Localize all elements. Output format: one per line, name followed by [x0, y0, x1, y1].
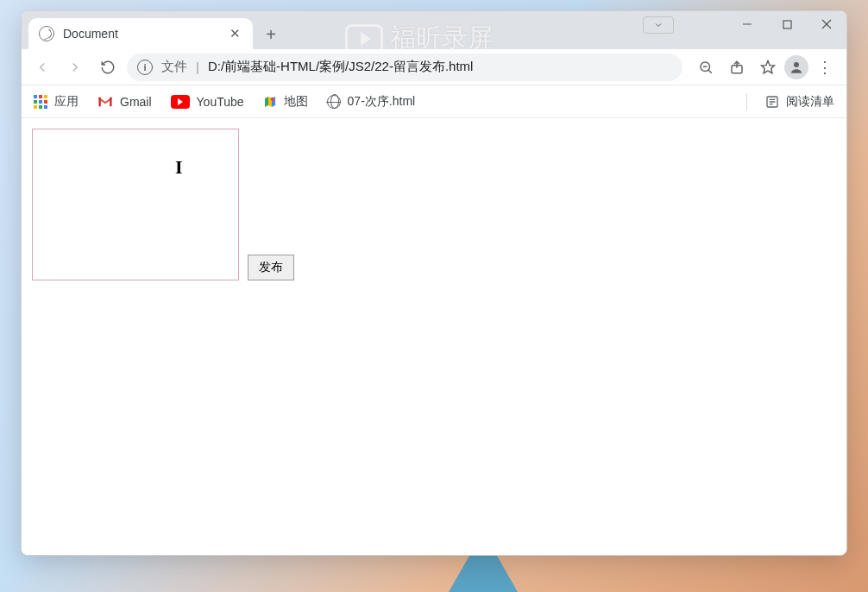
youtube-icon — [171, 95, 190, 109]
forward-button[interactable] — [61, 54, 89, 81]
message-textarea[interactable] — [32, 129, 239, 280]
profile-avatar[interactable] — [784, 55, 808, 79]
svg-line-5 — [708, 70, 712, 73]
titlebar: Document ✕ + — [22, 11, 846, 49]
window-close-button[interactable] — [807, 11, 846, 37]
tab-title: Document — [63, 27, 218, 41]
maximize-button[interactable] — [767, 11, 807, 37]
share-button[interactable] — [722, 54, 752, 81]
address-bar[interactable]: i 文件 | D:/前端基础-HTML/案例/JS2/22-留言发布.html — [127, 54, 682, 81]
toolbar-right: ⋮ — [691, 54, 840, 81]
url-separator: | — [196, 60, 199, 74]
minimize-button[interactable] — [727, 11, 767, 37]
info-icon: i — [137, 60, 153, 75]
bookmark-star-button[interactable] — [753, 54, 783, 81]
bookmark-local-file[interactable]: 07-次序.html — [327, 94, 416, 110]
globe-icon — [327, 95, 341, 109]
bookmark-label: 地图 — [284, 94, 308, 110]
page-content: 发布 I — [22, 118, 846, 555]
gmail-icon — [97, 96, 113, 108]
maps-icon — [263, 95, 277, 109]
background-decoration — [449, 556, 518, 592]
bookmarks-bar: 应用 Gmail YouTube 地图 07-次序.html — [22, 85, 846, 118]
new-tab-button[interactable]: + — [258, 22, 284, 47]
apps-icon — [34, 95, 47, 109]
bookmark-youtube[interactable]: YouTube — [171, 95, 244, 109]
divider — [746, 93, 747, 110]
window-controls — [727, 11, 846, 39]
bookmark-label: YouTube — [197, 95, 244, 109]
bookmark-apps[interactable]: 应用 — [34, 94, 79, 110]
url-text: D:/前端基础-HTML/案例/JS2/22-留言发布.html — [208, 59, 474, 75]
tab-search-button[interactable] — [643, 16, 674, 34]
bookmark-label: 应用 — [54, 94, 79, 110]
svg-marker-8 — [762, 60, 775, 72]
browser-window: Document ✕ + i — [21, 10, 847, 556]
reading-list-icon — [765, 95, 779, 109]
bookmark-maps[interactable]: 地图 — [263, 94, 308, 110]
bookmark-label: Gmail — [120, 95, 152, 109]
zoom-button[interactable] — [691, 54, 720, 81]
svg-point-9 — [794, 62, 799, 67]
toolbar: i 文件 | D:/前端基础-HTML/案例/JS2/22-留言发布.html … — [22, 49, 846, 85]
publish-button[interactable]: 发布 — [248, 255, 294, 280]
menu-button[interactable]: ⋮ — [810, 54, 840, 81]
reload-button[interactable] — [94, 54, 122, 81]
url-scheme-label: 文件 — [161, 59, 187, 75]
bookmark-label: 阅读清单 — [786, 94, 834, 110]
reading-list-button[interactable]: 阅读清单 — [765, 94, 834, 110]
bookmark-label: 07-次序.html — [348, 94, 416, 110]
svg-point-10 — [270, 97, 274, 100]
browser-tab[interactable]: Document ✕ — [28, 18, 253, 49]
bookmark-gmail[interactable]: Gmail — [97, 95, 152, 109]
svg-rect-1 — [783, 21, 791, 28]
back-button[interactable] — [28, 54, 56, 81]
close-icon[interactable]: ✕ — [227, 26, 242, 41]
globe-icon — [39, 26, 54, 41]
